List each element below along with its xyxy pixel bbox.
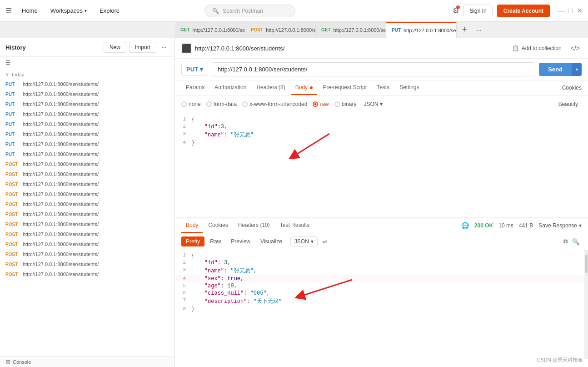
sidebar: History New Import ··· ☰ ∨ Today PUT htt… (0, 38, 175, 367)
gear-button[interactable]: ⚙ (453, 6, 459, 15)
send-button[interactable]: Send (539, 63, 572, 76)
tab-tests[interactable]: Tests (372, 80, 394, 95)
add-to-collection-button[interactable]: 📋 Add to collection (508, 43, 565, 53)
history-item[interactable]: POST http://127.0.0.1:8000/ser/students/ (0, 199, 174, 209)
tab-settings[interactable]: Settings (395, 80, 424, 95)
option-urlencoded[interactable]: x-www-form-urlencoded (242, 101, 307, 107)
view-raw-button[interactable]: Raw (205, 236, 225, 246)
history-method: POST (5, 182, 20, 187)
history-item[interactable]: POST http://127.0.0.1:8000/ser/students/ (0, 249, 174, 259)
res-tab-test-results[interactable]: Test Results (275, 218, 314, 233)
history-item[interactable]: POST http://127.0.0.1:8000/ser/students/ (0, 169, 174, 179)
sidebar-more-button[interactable]: ··· (159, 42, 169, 53)
response-code-area[interactable]: 1 { 2 "id": 3, 3 "name": "张无忌", 4 "sex":… (175, 250, 588, 359)
view-pretty-button[interactable]: Pretty (181, 236, 204, 246)
history-item[interactable]: POST http://127.0.0.1:8000/ser/students/ (0, 209, 174, 219)
history-url: http://127.0.0.1:8000/ser/students/ (23, 201, 99, 207)
history-url: http://127.0.0.1:8000/ser/students/ (23, 221, 99, 227)
history-item[interactable]: PUT http://127.0.0.1:8000/ser/students/ (0, 99, 174, 109)
history-url: http://127.0.0.1:8000/ser/students/ (23, 261, 99, 267)
res-tab-cookies[interactable]: Cookies (204, 218, 232, 233)
console-bar[interactable]: ▤ Console (0, 356, 174, 367)
cookies-link[interactable]: Cookies (562, 81, 582, 95)
import-button[interactable]: Import (129, 42, 156, 53)
globe-icon: 🌐 (461, 222, 469, 229)
json-format-select[interactable]: JSON ▾ (364, 101, 383, 107)
radio-urlencoded (242, 101, 248, 107)
history-item[interactable]: POST http://127.0.0.1:8000/ser/students/ (0, 179, 174, 189)
new-tab-button[interactable]: + (457, 25, 473, 35)
history-item[interactable]: POST http://127.0.0.1:8000/ser/students/ (0, 229, 174, 239)
history-item[interactable]: PUT http://127.0.0.1:8000/ser/students/ (0, 109, 174, 119)
url-input[interactable] (212, 62, 535, 76)
res-code-line-7: 7 "description": "天下无双" (175, 297, 588, 306)
response-format-select[interactable]: JSON ▾ (290, 236, 318, 246)
response-scrollbar[interactable] (584, 250, 588, 359)
method-select[interactable]: PUT ▾ (181, 63, 208, 76)
res-tab-body[interactable]: Body (181, 218, 203, 233)
history-item[interactable]: POST http://127.0.0.1:8000/ser/students/ (0, 219, 174, 229)
tab-get-2[interactable]: GET http://127.0.0.1:8000/ser/ (316, 22, 386, 38)
history-item[interactable]: POST http://127.0.0.1:8000/ser/students/ (0, 259, 174, 269)
search-response-button[interactable]: 🔍 (570, 236, 582, 247)
view-visualize-button[interactable]: Visualize (256, 236, 287, 246)
history-item[interactable]: POST http://127.0.0.1:8000/ser/students/ (0, 239, 174, 249)
option-form-data[interactable]: form-data (206, 101, 237, 107)
status-code: 200 OK (474, 222, 493, 229)
hamburger-icon[interactable]: ☰ (5, 6, 12, 15)
history-item[interactable]: PUT http://127.0.0.1:8000/ser/students/ (0, 79, 174, 89)
save-response-chevron-icon: ▾ (579, 222, 582, 229)
tab-authorization[interactable]: Authorization (210, 80, 251, 95)
search-bar[interactable]: 🔍 Search Postman (204, 5, 295, 17)
history-item[interactable]: POST http://127.0.0.1:8000/ser/students/ (0, 159, 174, 169)
tab-post-1[interactable]: POST http://127.0.0.1:8000/ser/ (245, 22, 316, 38)
res-code-line-8: 8 } (175, 306, 588, 313)
option-binary[interactable]: binary (334, 101, 357, 107)
history-item[interactable]: PUT http://127.0.0.1:8000/ser/students/ (0, 149, 174, 159)
method-label: PUT (186, 66, 198, 73)
maximize-button[interactable]: □ (567, 8, 573, 14)
save-response-button[interactable]: Save Response ▾ (538, 222, 582, 229)
request-code-editor[interactable]: 1 { 2 "id":3, 3 "name": "张无忌" 4 } (175, 113, 588, 218)
close-button[interactable]: ✕ (576, 8, 583, 14)
history-url: http://127.0.0.1:8000/ser/students/ (23, 241, 99, 247)
send-dropdown-button[interactable]: ▾ (572, 63, 582, 76)
option-none[interactable]: none (181, 101, 201, 107)
nav-explore[interactable]: Explore (97, 5, 122, 16)
tab-get-1[interactable]: GET http://127.0.0.1:8000/ser/ (175, 22, 245, 38)
signin-button[interactable]: Sign In (463, 5, 492, 17)
nav-home[interactable]: Home (19, 5, 40, 16)
tab-headers[interactable]: Headers (8) (252, 80, 289, 95)
code-line-2: 2 "id":3, (175, 123, 588, 131)
history-item[interactable]: PUT http://127.0.0.1:8000/ser/students/ (0, 89, 174, 99)
tab-params[interactable]: Params (181, 80, 209, 95)
res-tab-headers[interactable]: Headers (10) (234, 218, 274, 233)
sidebar-title: History (5, 44, 26, 51)
radio-none (181, 101, 187, 107)
new-button[interactable]: New (104, 42, 126, 53)
view-code-button[interactable]: </> (569, 43, 582, 54)
history-item[interactable]: PUT http://127.0.0.1:8000/ser/students/ (0, 119, 174, 129)
watermark: CSDN @景天科技苑 (537, 357, 583, 363)
tab-put-active[interactable]: PUT http://127.0.0.1:8000/ser/ (386, 22, 457, 38)
sort-icon-button[interactable]: ⇌ (319, 236, 331, 247)
history-method: POST (5, 272, 20, 277)
history-method: PUT (5, 142, 20, 147)
tab-prerequest[interactable]: Pre-request Script (318, 80, 371, 95)
tab-more-button[interactable]: ··· (473, 26, 485, 34)
create-account-button[interactable]: Create Account (497, 5, 550, 17)
history-item[interactable]: POST http://127.0.0.1:8000/ser/students/ (0, 269, 174, 279)
history-item[interactable]: PUT http://127.0.0.1:8000/ser/students/ (0, 139, 174, 149)
option-raw[interactable]: raw (313, 101, 329, 107)
beautify-button[interactable]: Beautify (555, 99, 582, 109)
nav-workspaces[interactable]: Workspaces ▾ (48, 5, 90, 16)
copy-button[interactable]: ⧉ (562, 236, 569, 247)
tab-body[interactable]: Body (291, 80, 318, 95)
minimize-button[interactable]: — (558, 8, 564, 14)
sidebar-actions: New Import ··· (104, 42, 169, 53)
view-preview-button[interactable]: Preview (226, 236, 255, 246)
history-item[interactable]: POST http://127.0.0.1:8000/ser/students/ (0, 189, 174, 199)
history-method: POST (5, 252, 20, 257)
history-item[interactable]: PUT http://127.0.0.1:8000/ser/students/ (0, 129, 174, 139)
console-icon: ▤ (5, 359, 10, 365)
